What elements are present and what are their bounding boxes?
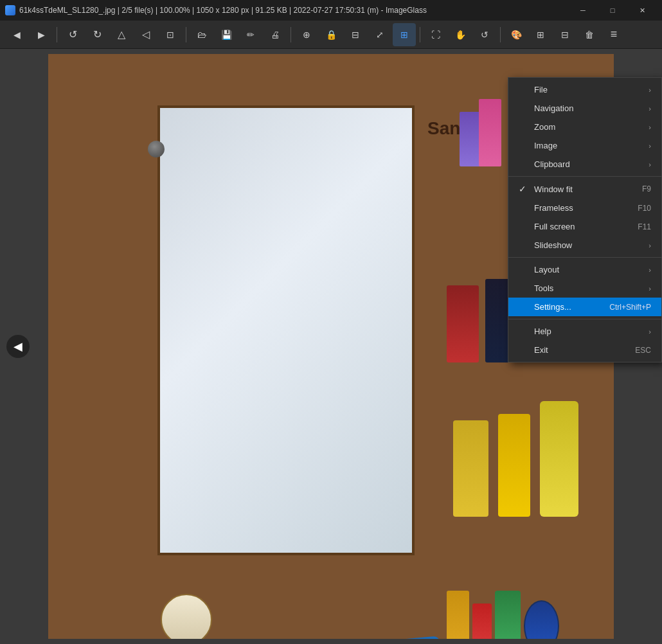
menu-arrow-image: › <box>649 142 651 150</box>
menu-item-exit[interactable]: Exit ESC <box>508 341 661 359</box>
menu-item-frameless[interactable]: Frameless F10 <box>508 199 661 217</box>
crop-button[interactable]: ⊡ <box>159 23 182 46</box>
menu-label-settings: Settings... <box>534 302 571 312</box>
menu-label-window-fit: Window fit <box>534 184 573 194</box>
zoom-out-button[interactable]: ⊟ <box>344 23 367 46</box>
toolbar-sep-1 <box>57 27 57 42</box>
menu-label-tools: Tools <box>534 283 553 293</box>
menu-label-full-screen: Full screen <box>534 222 575 231</box>
zoom-in-button[interactable]: ⊕ <box>295 23 318 46</box>
app-icon <box>5 5 15 15</box>
product-6 <box>498 414 530 517</box>
menu-check-window-fit: ✓ <box>519 184 529 194</box>
menu-item-slideshow[interactable]: Slideshow › <box>508 236 661 255</box>
menu-shortcut-settings: Ctrl+Shift+P <box>609 303 651 312</box>
save-button[interactable]: 💾 <box>215 23 238 46</box>
titlebar-controls: ─ □ ✕ <box>568 0 657 21</box>
toolbar-sep-2 <box>186 27 186 42</box>
pageview-button[interactable]: ⊞ <box>529 23 552 46</box>
fullscreen-button[interactable]: ⛶ <box>424 23 447 46</box>
menu-divider-2 <box>508 257 661 258</box>
menu-item-settings[interactable]: Settings... Ctrl+Shift+P <box>508 298 661 316</box>
zoom-lock-button[interactable]: 🔒 <box>319 23 343 46</box>
menu-shortcut-exit: ESC <box>635 346 651 355</box>
mirror-image <box>157 105 415 555</box>
stretch-button[interactable]: ⤢ <box>368 23 391 46</box>
menu-label-frameless: Frameless <box>534 203 573 213</box>
product-10 <box>472 604 492 639</box>
menu-item-tools[interactable]: Tools › <box>508 279 661 298</box>
menu-label-zoom: Zoom <box>534 122 555 132</box>
menu-label-slideshow: Slideshow <box>534 240 572 250</box>
menu-item-help[interactable]: Help › <box>508 322 661 341</box>
menu-item-layout[interactable]: Layout › <box>508 260 661 279</box>
open-button[interactable]: 🗁 <box>190 23 213 46</box>
color-picker-button[interactable]: 🎨 <box>505 23 528 46</box>
menu-item-navigation[interactable]: Navigation › <box>508 99 661 118</box>
titlebar-title: 61k4ssTdeML_SL1280_.jpg | 2/5 file(s) | … <box>19 6 427 15</box>
menu-label-exit: Exit <box>534 345 548 355</box>
product-4 <box>479 99 501 166</box>
product-5 <box>453 420 488 517</box>
menu-arrow-tools: › <box>649 285 651 292</box>
main-area: Sanvox ◀ ▶ File <box>0 49 662 644</box>
menu-shortcut-window-fit: F9 <box>642 184 651 193</box>
product-9 <box>447 591 469 639</box>
menu-arrow-navigation: › <box>649 105 651 112</box>
menu-arrow-help: › <box>649 328 651 335</box>
print-button[interactable]: 🖨 <box>264 23 287 46</box>
refresh-button[interactable]: ↺ <box>473 23 496 46</box>
menu-arrow-zoom: › <box>649 123 651 131</box>
menu-arrow-file: › <box>649 86 651 94</box>
menu-item-image[interactable]: Image › <box>508 136 661 155</box>
product-12 <box>524 600 559 639</box>
menu-button[interactable]: ≡ <box>602 23 625 46</box>
toolbar-sep-4 <box>420 27 420 42</box>
toolbar-sep-3 <box>291 27 291 42</box>
menu-arrow-layout: › <box>649 266 651 274</box>
next-button[interactable]: ▶ <box>30 23 53 46</box>
menu-divider-1 <box>508 176 661 177</box>
toolbar: ◀ ▶ ↺ ↻ △ ◁ ⊡ 🗁 💾 ✏ 🖨 ⊕ 🔒 ⊟ ⤢ ⊞ ⛶ ✋ ↺ 🎨 … <box>0 21 662 49</box>
menu-item-zoom[interactable]: Zoom › <box>508 118 661 136</box>
delete-button[interactable]: 🗑 <box>578 23 601 46</box>
toolbar-sep-5 <box>500 27 501 42</box>
menu-label-image: Image <box>534 141 557 150</box>
product-7 <box>540 401 578 517</box>
menu-arrow-clipboard: › <box>649 161 651 168</box>
knob-image <box>148 141 165 157</box>
minimize-button[interactable]: ─ <box>568 0 598 21</box>
maximize-button[interactable]: □ <box>598 0 627 21</box>
menu-shortcut-full-screen: F11 <box>638 222 651 231</box>
menu-label-navigation: Navigation <box>534 103 573 113</box>
context-menu: File › Navigation › Zoom › Image <box>508 77 662 362</box>
menu-label-layout: Layout <box>534 265 559 274</box>
menu-item-clipboard[interactable]: Clipboard › <box>508 155 661 174</box>
menu-item-window-fit[interactable]: ✓ Window fit F9 <box>508 179 661 199</box>
prev-button[interactable]: ◀ <box>5 23 28 46</box>
menu-item-file[interactable]: File › <box>508 80 661 99</box>
menu-label-file: File <box>534 85 548 94</box>
thumbnail-button[interactable]: ⊟ <box>553 23 577 46</box>
titlebar-left: 61k4ssTdeML_SL1280_.jpg | 2/5 file(s) | … <box>5 5 427 15</box>
nav-prev-arrow[interactable]: ◀ <box>6 335 30 358</box>
product-1 <box>447 285 479 362</box>
flip-v-button[interactable]: ◁ <box>134 23 157 46</box>
comb-image <box>299 636 441 639</box>
menu-shortcut-frameless: F10 <box>638 204 651 213</box>
menu-arrow-slideshow: › <box>649 242 651 249</box>
flip-h-button[interactable]: △ <box>110 23 133 46</box>
titlebar: 61k4ssTdeML_SL1280_.jpg | 2/5 file(s) | … <box>0 0 662 21</box>
menu-label-clipboard: Clipboard <box>534 159 570 169</box>
rotate-left-button[interactable]: ↺ <box>61 23 84 46</box>
menu-item-full-screen[interactable]: Full screen F11 <box>508 217 661 236</box>
product-11 <box>495 591 521 639</box>
close-button[interactable]: ✕ <box>627 0 657 21</box>
pan-button[interactable]: ✋ <box>449 23 472 46</box>
rotate-right-button[interactable]: ↻ <box>85 23 109 46</box>
menu-label-help: Help <box>534 326 551 336</box>
product-8 <box>161 594 212 639</box>
edit-button[interactable]: ✏ <box>239 23 262 46</box>
menu-divider-3 <box>508 319 661 319</box>
window-fit-active-button[interactable]: ⊞ <box>393 23 416 46</box>
